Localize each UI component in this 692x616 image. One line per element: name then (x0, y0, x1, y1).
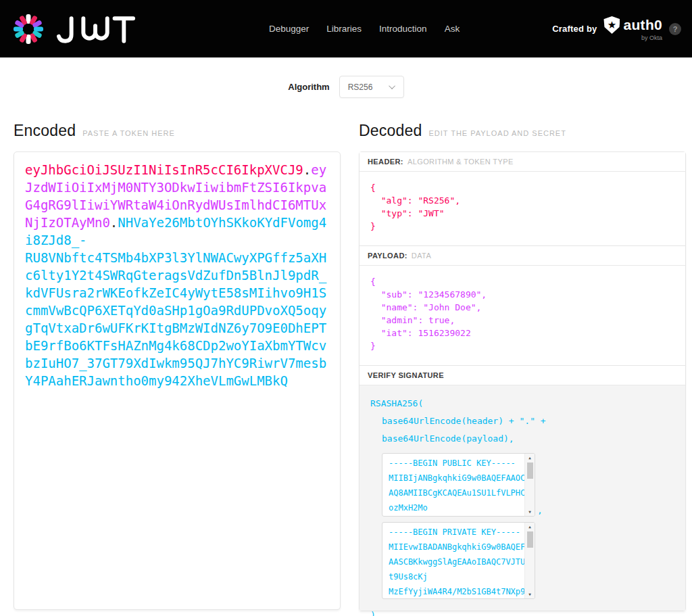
decoded-title: Decoded (359, 122, 422, 140)
verify-line-encode-payload: base64UrlEncode(payload), (382, 430, 674, 448)
encoded-column: Encoded PASTE A TOKEN HERE eyJhbGciOiJSU… (14, 122, 341, 611)
token-header-part: eyJhbGciOiJSUzI1NiIsInR5cCI6IkpXVCJ9 (25, 162, 303, 177)
payload-panel-strip: PAYLOAD: DATA (360, 246, 685, 266)
header-panel-title: HEADER: (368, 158, 403, 166)
scroll-up-icon[interactable]: ▲ (528, 455, 531, 460)
verify-panel-strip: VERIFY SIGNATURE (360, 366, 685, 385)
header-panel-strip: HEADER: ALGORITHM & TOKEN TYPE (360, 152, 685, 172)
public-key-textarea[interactable]: -----BEGIN PUBLIC KEY----- MIIBIjANBgkqh… (382, 453, 535, 517)
encoded-title: Encoded (14, 122, 76, 140)
encoded-subtitle: PASTE A TOKEN HERE (82, 129, 175, 137)
verify-line-encode-header: base64UrlEncode(header) + "." + (382, 412, 674, 430)
header-json-editor[interactable]: { "alg": "RS256", "typ": "JWT" } (360, 172, 685, 245)
payload-json-editor[interactable]: { "sub": "1234567890", "name": "John Doe… (360, 266, 685, 365)
crafted-by-label: Crafted by (552, 24, 597, 34)
algorithm-selected-value: RS256 (348, 82, 373, 92)
auth0-shield-icon: ★ (603, 16, 620, 34)
payload-panel: PAYLOAD: DATA { "sub": "1234567890", "na… (359, 245, 686, 366)
jwt-logo-icon (11, 11, 46, 47)
decoded-subtitle: EDIT THE PAYLOAD AND SECRET (428, 129, 566, 137)
auth0-wordmark: auth0 (623, 17, 662, 33)
main-content: Encoded PASTE A TOKEN HERE eyJhbGciOiJSU… (14, 122, 686, 611)
by-okta-label: by Okta (641, 34, 662, 41)
nav-link-debugger[interactable]: Debugger (269, 24, 309, 34)
algorithm-select[interactable]: RS256 (339, 76, 404, 98)
nav-link-libraries[interactable]: Libraries (326, 24, 362, 34)
verify-line-function: RSASHA256( (370, 395, 674, 412)
keys-separator-comma: , (537, 505, 543, 515)
jwt-logo[interactable]: JWT (11, 11, 137, 47)
header-json-text: { "alg": "RS256", "typ": "JWT" } (370, 181, 674, 236)
private-key-text: -----BEGIN PRIVATE KEY----- MIIEvwIBADAN… (382, 523, 524, 598)
decoded-column: Decoded EDIT THE PAYLOAD AND SECRET HEAD… (359, 122, 686, 611)
verify-signature-body: RSASHA256( base64UrlEncode(header) + "."… (360, 385, 685, 611)
token-dot: . (303, 162, 311, 177)
verify-panel-title: VERIFY SIGNATURE (368, 371, 444, 379)
scrollbar-thumb[interactable] (527, 531, 533, 548)
public-key-text: -----BEGIN PUBLIC KEY----- MIIBIjANBgkqh… (382, 454, 524, 516)
payload-panel-caption: DATA (412, 252, 431, 260)
scroll-down-icon[interactable]: ▼ (528, 592, 531, 597)
auth0-logo[interactable]: ★ auth0 by Okta (603, 16, 662, 41)
algorithm-label: Algorithm (288, 82, 329, 92)
header-panel-caption: ALGORITHM & TOKEN TYPE (407, 158, 514, 166)
scroll-down-icon[interactable]: ▼ (528, 509, 531, 515)
auth0-star-icon: ★ (608, 20, 616, 30)
algorithm-row: Algorithm RS256 (0, 76, 692, 98)
nav-link-ask[interactable]: Ask (445, 24, 460, 34)
token-signature-part: NHVaYe26MbtOYhSKkoKYdFVomg4i8ZJd8_-RU8VN… (25, 215, 326, 388)
verify-signature-panel: VERIFY SIGNATURE RSASHA256( base64UrlEnc… (359, 365, 686, 611)
nav-link-introduction[interactable]: Introduction (379, 24, 427, 34)
scrollbar-thumb[interactable] (527, 463, 533, 479)
scroll-up-icon[interactable]: ▲ (528, 524, 531, 529)
help-icon[interactable]: ? (669, 23, 681, 35)
token-dot: . (110, 215, 118, 230)
verify-closing-paren: ) (370, 609, 674, 616)
encoded-token-editor[interactable]: eyJhbGciOiJSUzI1NiIsInR5cCI6IkpXVCJ9.eyJ… (14, 151, 341, 610)
chevron-down-icon (389, 82, 395, 89)
encoded-token-text: eyJhbGciOiJSUzI1NiIsInR5cCI6IkpXVCJ9.eyJ… (25, 161, 329, 389)
private-key-textarea[interactable]: -----BEGIN PRIVATE KEY----- MIIEvwIBADAN… (382, 522, 535, 599)
private-key-scrollbar[interactable]: ▲ ▼ (524, 523, 535, 598)
nav-links: Debugger Libraries Introduction Ask (269, 24, 460, 34)
payload-json-text: { "sub": "1234567890", "name": "John Doe… (370, 275, 674, 356)
header-panel: HEADER: ALGORITHM & TOKEN TYPE { "alg": … (359, 151, 686, 246)
nav-right: Crafted by ★ auth0 by Okta ? (552, 16, 681, 41)
navbar: JWT Debugger Libraries Introduction Ask … (0, 0, 692, 57)
public-key-scrollbar[interactable]: ▲ ▼ (524, 454, 535, 516)
payload-panel-title: PAYLOAD: (368, 252, 407, 260)
jwt-wordmark-icon (57, 13, 137, 45)
